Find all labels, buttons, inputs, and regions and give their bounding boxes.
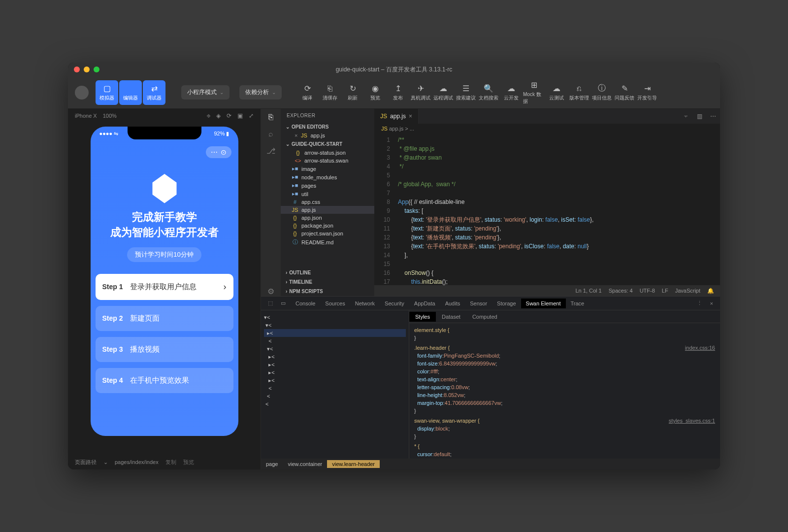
js-file-icon: JS xyxy=(380,113,387,120)
file-project.swan.json[interactable]: {}project.swan.json xyxy=(281,230,374,237)
dependency-analysis-select[interactable]: 依赖分析⌄ xyxy=(239,85,282,100)
styles-tab-styles[interactable]: Styles xyxy=(409,312,436,322)
code-editor[interactable]: 12345678910111213141516171819202122 /** … xyxy=(374,133,720,285)
tool-搜索建议[interactable]: ☰搜索建议 xyxy=(455,80,477,105)
screenshot-icon[interactable]: ▣ xyxy=(237,112,243,119)
indent-setting[interactable]: Spaces: 4 xyxy=(609,288,633,294)
tool-编译[interactable]: ⟳编译 xyxy=(296,80,318,105)
mode-编辑器[interactable]: 编辑器 xyxy=(119,80,142,105)
cursor-position[interactable]: Ln 1, Col 1 xyxy=(576,288,602,294)
app-mode-select[interactable]: 小程序模式⌄ xyxy=(181,85,230,100)
inspect-icon[interactable]: ⬚ xyxy=(265,300,276,306)
mode-模拟器[interactable]: ▢模拟器 xyxy=(96,80,118,105)
dom-tree[interactable]: ▾< ▾< ▸< < ▾< ▸< ▸< ▸< ▸< < < < xyxy=(261,310,409,459)
step-item[interactable]: Step 3播放视频 xyxy=(96,337,233,362)
tool-版本管理[interactable]: ⎌版本管理 xyxy=(568,80,590,105)
file-app.js[interactable]: JSapp.js xyxy=(281,206,374,214)
gear-icon[interactable]: ⚙ xyxy=(267,287,274,296)
tool-文档搜索[interactable]: 🔍文档搜索 xyxy=(478,80,499,105)
file-README.md[interactable]: ⓘREADME.md xyxy=(281,237,374,247)
bell-icon[interactable]: 🔔 xyxy=(707,288,714,294)
search-icon[interactable]: ⌕ xyxy=(268,130,273,138)
file-app.css[interactable]: #app.css xyxy=(281,198,374,206)
step-item[interactable]: Step 2新建页面 xyxy=(96,306,233,331)
maximize-window-icon[interactable] xyxy=(94,66,99,72)
close-tab-icon[interactable]: × xyxy=(409,113,412,120)
tool-发布[interactable]: ↥发布 xyxy=(387,80,409,105)
device-toolbar-icon[interactable]: ▭ xyxy=(278,300,289,306)
files-icon[interactable]: ⎘ xyxy=(268,113,273,122)
editor-more-icon[interactable]: ⋯ xyxy=(706,113,720,120)
tool-Mock 数据[interactable]: ⊞Mock 数据 xyxy=(523,80,545,105)
devtab-swan-element[interactable]: Swan Element xyxy=(521,299,566,308)
devtab-audits[interactable]: Audits xyxy=(440,299,465,308)
file-arrow-status.json[interactable]: {}arrow-status.json xyxy=(281,149,374,157)
file-node_modules[interactable]: ▸■node_modules xyxy=(281,173,374,181)
window-title: guide-quick-start – 百度开发者工具 3.13.1-rc xyxy=(336,66,453,74)
editor-split-icon[interactable]: ▥ xyxy=(693,113,706,120)
file-package.json[interactable]: {}package.json xyxy=(281,222,374,230)
npm-scripts-section[interactable]: ›NPM SCRIPTS xyxy=(281,287,374,296)
element-breadcrumb[interactable]: pageview.containerview.learn-header xyxy=(261,459,720,469)
tool-远程调试[interactable]: ☁远程调试 xyxy=(432,80,454,105)
copy-path-button[interactable]: 复制 xyxy=(165,459,176,466)
branch-icon[interactable]: ⎇ xyxy=(266,146,275,156)
simulator-screen[interactable]: ●●●● ⇋ 16:57 92% ▮ ⋯⊙ 完成新手教学 成为智能小程序开发者 … xyxy=(91,127,238,436)
close-window-icon[interactable] xyxy=(74,66,80,72)
device-select[interactable]: iPhone X xyxy=(75,113,97,119)
file-image[interactable]: ▸■image xyxy=(281,165,374,173)
tool-预览[interactable]: ◉预览 xyxy=(364,80,386,105)
popout-icon[interactable]: ⤢ xyxy=(249,112,254,119)
devtab-security[interactable]: Security xyxy=(380,299,409,308)
devtab-sources[interactable]: Sources xyxy=(320,299,350,308)
editor-compare-icon[interactable]: ⫟ xyxy=(679,113,693,120)
mode-调试器[interactable]: ⇄调试器 xyxy=(143,80,165,105)
tool-开发引导[interactable]: ⇥开发引导 xyxy=(636,80,658,105)
styles-tab-dataset[interactable]: Dataset xyxy=(436,312,466,322)
open-editors-section[interactable]: ⌄OPEN EDITORS xyxy=(281,122,374,132)
minimize-window-icon[interactable] xyxy=(84,66,90,72)
eol[interactable]: LF xyxy=(662,288,668,294)
breadcrumb[interactable]: JS app.js > ... xyxy=(374,124,720,133)
user-icon[interactable]: ⎆ xyxy=(207,112,210,119)
tool-云开发[interactable]: ☁云开发 xyxy=(500,80,522,105)
file-arrow-status.swan[interactable]: <>arrow-status.swan xyxy=(281,157,374,165)
tool-问题反馈[interactable]: ✎问题反馈 xyxy=(614,80,635,105)
editor-tab[interactable]: JS app.js × xyxy=(374,109,419,124)
open-editor-file[interactable]: ×JSapp.js xyxy=(281,132,374,139)
devtools-more-icon[interactable]: ⋮ xyxy=(694,300,705,306)
devtab-appdata[interactable]: AppData xyxy=(409,299,440,308)
tool-真机调试[interactable]: ✈真机调试 xyxy=(410,80,431,105)
zoom-select[interactable]: 100% xyxy=(103,113,117,119)
tool-项目信息[interactable]: ⓘ项目信息 xyxy=(591,80,613,105)
file-app.json[interactable]: {}app.json xyxy=(281,214,374,222)
styles-tab-computed[interactable]: Computed xyxy=(466,312,503,322)
main-toolbar: ▢模拟器编辑器⇄调试器 小程序模式⌄ 依赖分析⌄ ⟳编译⎗清缓存↻刷新◉预览↥发… xyxy=(68,76,720,109)
styles-panel[interactable]: element.style {}index.css:16.learn-heade… xyxy=(409,323,720,459)
devtools-close-icon[interactable]: × xyxy=(707,300,716,306)
language-mode[interactable]: JavaScript xyxy=(675,288,700,294)
devtab-network[interactable]: Network xyxy=(350,299,380,308)
outline-section[interactable]: ›OUTLINE xyxy=(281,268,374,277)
step-item[interactable]: Step 4在手机中预览效果 xyxy=(96,368,233,393)
step-item[interactable]: Step 1登录并获取用户信息› xyxy=(96,274,233,300)
tool-清缓存[interactable]: ⎗清缓存 xyxy=(319,80,341,105)
encoding[interactable]: UTF-8 xyxy=(640,288,655,294)
network-icon[interactable]: ◈ xyxy=(216,112,221,119)
devtab-storage[interactable]: Storage xyxy=(492,299,521,308)
page-path: pages/index/index xyxy=(115,459,159,465)
timeline-section[interactable]: ›TIMELINE xyxy=(281,277,374,287)
devtab-trace[interactable]: Trace xyxy=(566,299,590,308)
devtools-panel: ⬚ ▭ ConsoleSourcesNetworkSecurityAppData… xyxy=(261,296,720,469)
mini-app-menu[interactable]: ⋯⊙ xyxy=(206,146,231,158)
rotate-icon[interactable]: ⟳ xyxy=(227,112,231,119)
tool-刷新[interactable]: ↻刷新 xyxy=(342,80,363,105)
project-section[interactable]: ⌄GUIDE-QUICK-START xyxy=(281,139,374,149)
avatar[interactable] xyxy=(75,86,89,100)
devtab-console[interactable]: Console xyxy=(291,299,320,308)
file-pages[interactable]: ▸■pages xyxy=(281,181,374,190)
devtab-sensor[interactable]: Sensor xyxy=(465,299,492,308)
preview-button[interactable]: 预览 xyxy=(183,459,194,466)
file-util[interactable]: ▸■util xyxy=(281,190,374,198)
tool-云测试[interactable]: ☁云测试 xyxy=(546,80,567,105)
